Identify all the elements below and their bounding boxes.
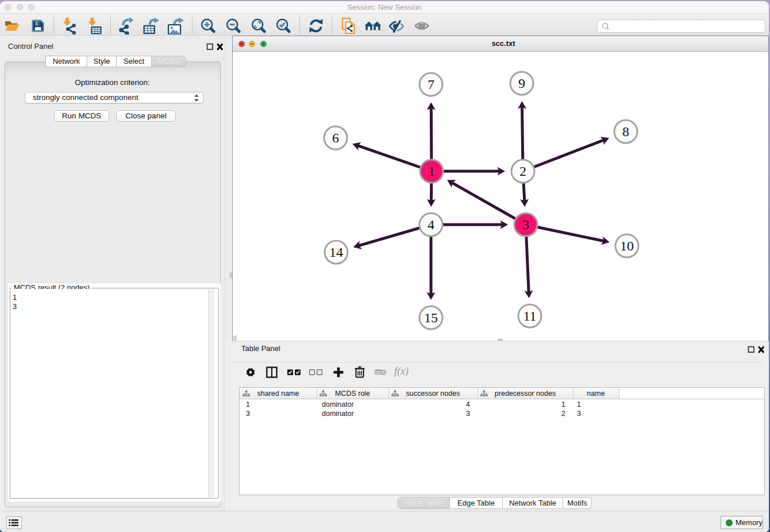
svg-text:10: 10 <box>620 238 634 253</box>
svg-text:1: 1 <box>428 164 435 179</box>
svg-text:2: 2 <box>519 164 526 179</box>
svg-text:7: 7 <box>428 77 434 92</box>
svg-text:9: 9 <box>518 76 525 91</box>
svg-text:11: 11 <box>523 309 536 323</box>
svg-text:3: 3 <box>522 217 529 232</box>
svg-text:4: 4 <box>428 217 434 232</box>
svg-text:15: 15 <box>424 310 438 325</box>
svg-text:14: 14 <box>329 245 343 260</box>
svg-text:8: 8 <box>622 124 629 139</box>
svg-text:6: 6 <box>332 130 339 145</box>
